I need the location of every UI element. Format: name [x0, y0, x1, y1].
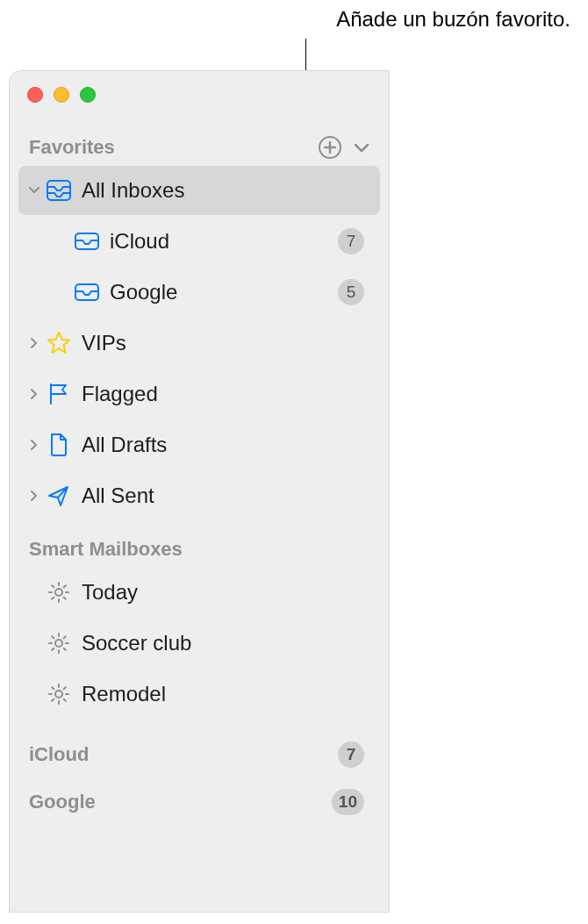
minimize-window-button[interactable]	[54, 87, 69, 103]
window-controls	[10, 71, 389, 111]
icloud-inbox-label: iCloud	[103, 229, 338, 254]
gear-icon	[43, 631, 75, 655]
zoom-window-button[interactable]	[80, 87, 96, 103]
account-icloud-label: iCloud	[29, 743, 338, 766]
all-inboxes-icon	[43, 179, 75, 202]
sidebar-item-vips[interactable]: VIPs	[18, 319, 380, 368]
svg-point-3	[55, 589, 62, 596]
add-favorite-button[interactable]	[319, 136, 341, 159]
account-google-badge: 10	[332, 789, 364, 815]
account-google-label: Google	[29, 791, 332, 813]
today-label: Today	[75, 580, 364, 605]
favorites-section-header: Favorites	[10, 111, 389, 164]
svg-point-5	[55, 691, 62, 698]
document-icon	[43, 433, 75, 457]
sidebar-item-flagged[interactable]: Flagged	[18, 369, 380, 419]
gear-icon	[43, 580, 75, 605]
all-drafts-label: All Drafts	[75, 433, 364, 457]
icloud-inbox-badge: 7	[338, 228, 364, 254]
sidebar-item-all-inboxes[interactable]: All Inboxes	[18, 166, 380, 215]
google-inbox-label: Google	[103, 280, 338, 304]
sidebar-item-google-inbox[interactable]: Google 5	[18, 268, 380, 317]
flagged-label: Flagged	[75, 382, 364, 406]
star-icon	[43, 331, 75, 355]
sidebar-item-today[interactable]: Today	[18, 568, 380, 617]
sidebar-item-all-drafts[interactable]: All Drafts	[18, 420, 380, 469]
chevron-right-icon[interactable]	[25, 490, 43, 502]
sidebar-item-icloud-inbox[interactable]: iCloud 7	[18, 217, 380, 266]
account-google[interactable]: Google 10	[10, 778, 389, 826]
plus-icon	[324, 141, 336, 154]
chevron-down-icon[interactable]	[25, 186, 43, 195]
inbox-icon	[71, 283, 103, 302]
remodel-label: Remodel	[75, 682, 364, 706]
flag-icon	[43, 382, 75, 406]
chevron-right-icon[interactable]	[25, 337, 43, 349]
callout-text: Añade un buzón favorito.	[336, 7, 570, 32]
inbox-icon	[71, 232, 103, 251]
gear-icon	[43, 682, 75, 706]
sidebar-item-all-sent[interactable]: All Sent	[18, 471, 380, 520]
mail-sidebar-window: Favorites All Inboxes	[9, 70, 390, 913]
all-inboxes-label: All Inboxes	[75, 178, 364, 203]
paper-plane-icon	[43, 483, 75, 508]
account-icloud-badge: 7	[338, 741, 364, 768]
chevron-right-icon[interactable]	[25, 388, 43, 400]
smart-mailboxes-title: Smart Mailboxes	[29, 538, 369, 561]
vips-label: VIPs	[75, 331, 364, 355]
close-window-button[interactable]	[27, 87, 43, 103]
smart-mailboxes-header: Smart Mailboxes	[10, 522, 389, 566]
account-icloud[interactable]: iCloud 7	[10, 731, 389, 778]
favorites-title: Favorites	[29, 136, 319, 159]
google-inbox-badge: 5	[338, 279, 364, 305]
svg-point-4	[55, 640, 62, 647]
sidebar-item-remodel[interactable]: Remodel	[18, 670, 380, 719]
favorites-chevron-icon[interactable]	[354, 136, 369, 159]
soccer-club-label: Soccer club	[75, 631, 364, 655]
sidebar-item-soccer-club[interactable]: Soccer club	[18, 619, 380, 668]
all-sent-label: All Sent	[75, 483, 364, 508]
chevron-right-icon[interactable]	[25, 439, 43, 451]
